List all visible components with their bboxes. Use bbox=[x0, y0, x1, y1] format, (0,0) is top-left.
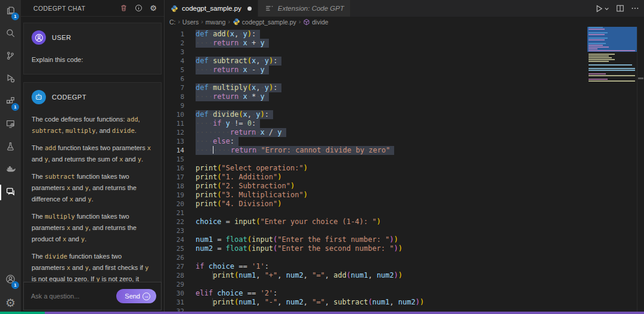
gear-icon[interactable]: ⚙ bbox=[148, 4, 158, 13]
activity-bar-item-source-control[interactable] bbox=[0, 45, 21, 68]
breadcrumb-item[interactable]: divide bbox=[303, 18, 328, 26]
code-line-13[interactable]: 13····else: bbox=[165, 137, 644, 146]
run-button[interactable] bbox=[595, 4, 609, 13]
activity-bar-item-search[interactable] bbox=[0, 23, 21, 45]
extension-list-icon bbox=[264, 4, 274, 14]
line-number: 29 bbox=[165, 280, 190, 289]
code-line-17[interactable]: 17print("1. Addition") bbox=[165, 173, 644, 182]
minimap[interactable] bbox=[587, 27, 637, 84]
code-line-26[interactable]: 26 bbox=[165, 253, 644, 262]
tab-extension-code-gpt[interactable]: Extension: Code GPT bbox=[258, 0, 351, 17]
code-line-21[interactable]: 21 bbox=[165, 209, 644, 217]
code-line-11[interactable]: 11····if·y·!=·0: bbox=[165, 119, 644, 128]
run-debug-icon bbox=[5, 73, 16, 86]
minimap-line bbox=[587, 54, 637, 55]
line-content: print("3. Multiplication") bbox=[190, 191, 308, 200]
code-line-1[interactable]: 1def·add(x,·y): bbox=[165, 30, 644, 39]
answer-paragraph: The subtract function takes two paramete… bbox=[32, 171, 153, 205]
line-number: 8 bbox=[165, 92, 190, 101]
activity-bar-item-extensions[interactable]: 1 bbox=[0, 91, 21, 113]
code-line-31[interactable]: 31 print(num1, "-", num2, "=", subtract(… bbox=[165, 298, 644, 307]
remote-indicator[interactable] bbox=[0, 312, 45, 314]
code-line-15[interactable]: 15 bbox=[165, 155, 644, 164]
line-number: 16 bbox=[165, 164, 190, 173]
trash-icon[interactable] bbox=[119, 4, 128, 13]
code-line-12[interactable]: 12········return·x·/·y bbox=[165, 128, 644, 137]
chevron-down-icon bbox=[604, 6, 609, 11]
settings-gear-icon: ⚙ bbox=[5, 296, 16, 310]
sidebar-title-bar: CODEGPT CHAT ⚙ bbox=[21, 0, 164, 17]
code-line-18[interactable]: 18print("2. Subtraction") bbox=[165, 182, 644, 191]
breadcrumb-item[interactable]: codegpt_sample.py bbox=[233, 18, 296, 26]
line-content: ········return·"Error:·cannot·divide·by·… bbox=[190, 146, 394, 155]
user-question: Explain this code: bbox=[32, 54, 153, 66]
code-line-4[interactable]: 4def·subtract(x,·y): bbox=[165, 57, 644, 66]
code-line-9[interactable]: 9 bbox=[165, 101, 644, 110]
line-number: 12 bbox=[165, 128, 190, 137]
code-line-25[interactable]: 25num2 = float(input("Enter the second n… bbox=[165, 244, 644, 253]
python-icon bbox=[233, 18, 240, 26]
activity-bar-item-explorer[interactable]: 1 bbox=[0, 0, 21, 23]
unsaved-dot-icon[interactable] bbox=[247, 7, 252, 11]
code-line-22[interactable]: 22choice = input("Enter your choice (1-4… bbox=[165, 217, 644, 226]
code-line-14[interactable]: 14········return·"Error:·cannot·divide·b… bbox=[165, 146, 644, 155]
line-content: print("4. Division") bbox=[190, 200, 282, 209]
chat-messages: USER Explain this code: CODEGPT The code… bbox=[21, 17, 164, 282]
info-icon[interactable] bbox=[134, 4, 143, 13]
chat-input[interactable]: Ask a question... bbox=[31, 293, 116, 300]
code-line-10[interactable]: 10def·divide(x,·y): bbox=[165, 110, 644, 119]
code-line-27[interactable]: 27if choice == '1': bbox=[165, 262, 644, 271]
line-number: 15 bbox=[165, 155, 190, 164]
more-actions-button[interactable] bbox=[631, 4, 639, 13]
code-line-16[interactable]: 16print("Select operation:") bbox=[165, 164, 644, 173]
code-line-19[interactable]: 19print("3. Multiplication") bbox=[165, 191, 644, 200]
editor-scrollbar[interactable] bbox=[637, 27, 644, 312]
tab-codegpt-sample-py[interactable]: codegpt_sample.py bbox=[165, 0, 258, 17]
split-editor-button[interactable] bbox=[616, 4, 624, 13]
code-line-20[interactable]: 20print("4. Division") bbox=[165, 200, 644, 209]
line-content: ····if·y·!=·0: bbox=[190, 119, 260, 128]
codegpt-message-header: CODEGPT bbox=[32, 90, 153, 104]
code-line-7[interactable]: 7def·multiply(x,·y): bbox=[165, 83, 644, 92]
user-message: USER Explain this code: bbox=[23, 23, 162, 74]
code-line-23[interactable]: 23 bbox=[165, 226, 644, 235]
editor-actions bbox=[595, 0, 639, 17]
line-number: 1 bbox=[165, 30, 190, 39]
line-content: ····return·x·+·y bbox=[190, 39, 269, 48]
breadcrumb-item[interactable]: C: bbox=[169, 18, 176, 26]
code-editor[interactable]: 1def·add(x,·y):2····return·x·+·y34def·su… bbox=[165, 27, 644, 314]
user-message-header: USER bbox=[32, 30, 153, 45]
code-line-2[interactable]: 2····return·x·+·y bbox=[165, 39, 644, 48]
line-number: 27 bbox=[165, 262, 190, 271]
line-content bbox=[190, 226, 196, 235]
line-number: 13 bbox=[165, 137, 190, 146]
status-bar bbox=[0, 312, 644, 314]
code-line-5[interactable]: 5····return·x·-·y bbox=[165, 66, 644, 74]
send-button[interactable]: Send → bbox=[116, 289, 156, 303]
code-line-3[interactable]: 3 bbox=[165, 48, 644, 57]
activity-bar-item-remote-explorer[interactable] bbox=[0, 113, 21, 136]
code-line-6[interactable]: 6 bbox=[165, 74, 644, 83]
activity-bar-item-run-debug[interactable] bbox=[0, 68, 21, 91]
activity-bar-item-accounts[interactable]: 1 bbox=[0, 269, 21, 291]
activity-bar-item-codegpt-chat[interactable] bbox=[0, 181, 21, 204]
breadcrumb-item[interactable]: mwang bbox=[206, 18, 226, 26]
answer-paragraph: The add function takes two parameters x … bbox=[32, 142, 153, 165]
badge: 1 bbox=[11, 281, 19, 289]
line-content: def·add(x,·y): bbox=[190, 30, 260, 39]
line-content bbox=[190, 280, 196, 289]
code-line-30[interactable]: 30elif choice == '2': bbox=[165, 289, 644, 298]
activity-bar-item-settings-gear[interactable]: ⚙ bbox=[0, 291, 21, 314]
answer-paragraph: The code defines four functions: add, su… bbox=[32, 114, 153, 136]
code-line-29[interactable]: 29 bbox=[165, 280, 644, 289]
code-line-8[interactable]: 8····return·x·*·y bbox=[165, 92, 644, 101]
activity-bar-item-testing[interactable] bbox=[0, 136, 21, 158]
remote-explorer-icon bbox=[5, 119, 16, 131]
code-line-28[interactable]: 28 print(num1, "+", num2, "=", add(num1,… bbox=[165, 271, 644, 280]
editor-group: codegpt_sample.pyExtension: Code GPT C:›… bbox=[165, 0, 644, 314]
line-number: 3 bbox=[165, 48, 190, 57]
minimap-line bbox=[587, 66, 637, 67]
breadcrumb-item[interactable]: Users bbox=[182, 18, 199, 26]
activity-bar-item-docker[interactable] bbox=[0, 158, 21, 181]
code-line-24[interactable]: 24num1 = float(input("Enter the first nu… bbox=[165, 235, 644, 244]
